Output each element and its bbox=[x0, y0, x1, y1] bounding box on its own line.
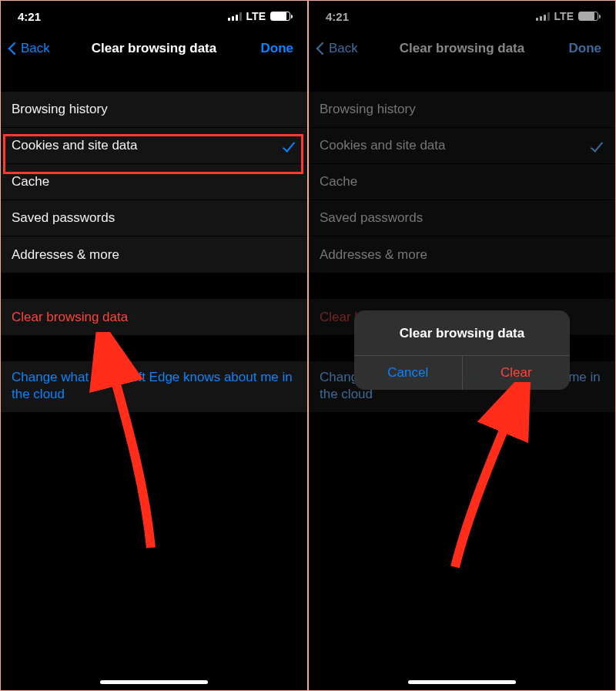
clear-button[interactable]: Clear bbox=[463, 356, 571, 390]
option-label: Cookies and site data bbox=[320, 138, 446, 153]
status-bar: 4:21 LTE bbox=[309, 1, 615, 32]
option-cache[interactable]: Cache bbox=[1, 164, 307, 200]
option-cache: Cache bbox=[309, 164, 615, 200]
done-button: Done bbox=[569, 41, 611, 56]
option-label: Browsing history bbox=[320, 102, 416, 117]
nav-bar: Back Clear browsing data Done bbox=[1, 32, 307, 65]
home-indicator bbox=[100, 680, 208, 684]
home-indicator bbox=[408, 680, 516, 684]
option-browsing-history[interactable]: Browsing history bbox=[1, 92, 307, 128]
option-label: Addresses & more bbox=[320, 247, 427, 263]
options-list: Browsing history Cookies and site data C… bbox=[1, 92, 307, 273]
dialog-title: Clear browsing data bbox=[354, 310, 570, 355]
back-button: Back bbox=[310, 41, 358, 56]
chevron-left-icon bbox=[8, 42, 22, 55]
signal-icon bbox=[228, 12, 242, 21]
option-label: Cache bbox=[320, 174, 357, 190]
back-button[interactable]: Back bbox=[2, 41, 50, 56]
cloud-privacy-link[interactable]: Change what Microsoft Edge knows about m… bbox=[1, 361, 307, 412]
option-label: Saved passwords bbox=[12, 210, 115, 226]
network-label: LTE bbox=[554, 10, 574, 22]
battery-icon bbox=[270, 12, 290, 21]
battery-icon bbox=[578, 12, 598, 21]
network-label: LTE bbox=[246, 10, 266, 22]
option-cookies[interactable]: Cookies and site data bbox=[1, 128, 307, 164]
clear-label: Clear browsing data bbox=[12, 310, 128, 325]
checkmark-icon bbox=[591, 139, 603, 152]
screenshot-left: 4:21 LTE Back Clear browsing data Done B… bbox=[0, 0, 308, 691]
option-addresses[interactable]: Addresses & more bbox=[1, 236, 307, 273]
options-list: Browsing history Cookies and site data C… bbox=[309, 92, 615, 273]
status-time: 4:21 bbox=[326, 10, 349, 23]
status-bar: 4:21 LTE bbox=[1, 1, 307, 32]
option-label: Cache bbox=[12, 174, 49, 190]
done-button[interactable]: Done bbox=[261, 41, 303, 56]
cancel-button[interactable]: Cancel bbox=[354, 356, 463, 390]
option-label: Saved passwords bbox=[320, 210, 423, 226]
confirm-dialog: Clear browsing data Cancel Clear bbox=[354, 310, 570, 390]
back-label: Back bbox=[329, 41, 358, 56]
option-browsing-history: Browsing history bbox=[309, 92, 615, 128]
checkmark-icon bbox=[283, 139, 295, 152]
chevron-left-icon bbox=[316, 42, 330, 55]
status-time: 4:21 bbox=[18, 10, 41, 23]
signal-icon bbox=[536, 12, 550, 21]
option-label: Cookies and site data bbox=[12, 138, 138, 153]
clear-browsing-data-button[interactable]: Clear browsing data bbox=[1, 299, 307, 335]
option-label: Browsing history bbox=[12, 102, 108, 117]
option-label: Addresses & more bbox=[12, 247, 119, 263]
back-label: Back bbox=[21, 41, 50, 56]
screenshot-right: 4:21 LTE Back Clear browsing data Done B… bbox=[308, 0, 616, 691]
option-cookies: Cookies and site data bbox=[309, 128, 615, 164]
option-addresses: Addresses & more bbox=[309, 236, 615, 273]
option-passwords: Saved passwords bbox=[309, 200, 615, 236]
nav-bar: Back Clear browsing data Done bbox=[309, 32, 615, 65]
option-passwords[interactable]: Saved passwords bbox=[1, 200, 307, 236]
